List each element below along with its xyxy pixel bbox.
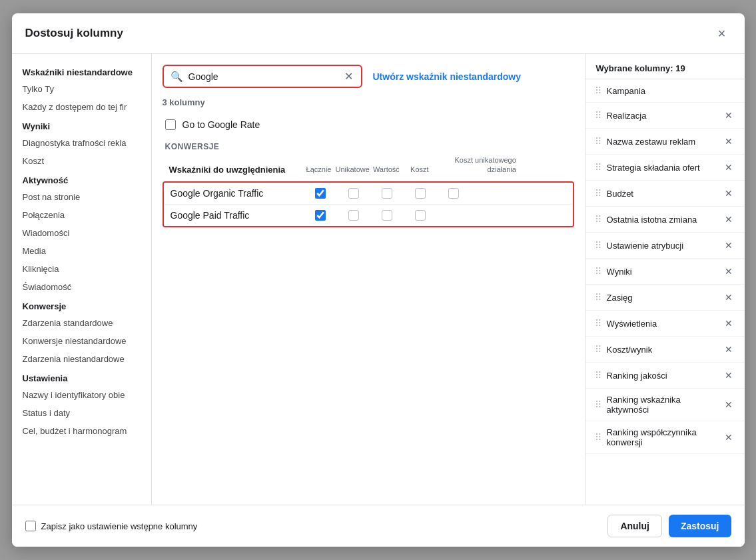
clear-search-button[interactable]: ✕ bbox=[343, 70, 354, 83]
sidebar: Wskaźniki niestandardowe Tylko Ty Każdy … bbox=[12, 54, 152, 505]
close-button[interactable]: × bbox=[713, 24, 731, 43]
search-icon: 🔍 bbox=[171, 71, 183, 83]
apply-button[interactable]: Zastosuj bbox=[669, 515, 731, 537]
table-col-koszt-unikatowego: Koszt unikatowego działania bbox=[436, 155, 516, 175]
sidebar-item-tylko-ty[interactable]: Tylko Ty bbox=[12, 80, 151, 98]
row-check-paid-2[interactable] bbox=[370, 210, 404, 221]
drag-handle-icon[interactable]: ⠿ bbox=[595, 214, 601, 225]
drag-handle-icon[interactable]: ⠿ bbox=[595, 110, 601, 121]
drag-handle-icon[interactable]: ⠿ bbox=[595, 85, 601, 96]
column-item-left: ⠿ Ranking wskaźnika aktywności bbox=[595, 395, 723, 415]
sidebar-item-koszt[interactable]: Koszt bbox=[12, 152, 151, 170]
column-item-left: ⠿ Ostatnia istotna zmiana bbox=[595, 214, 697, 225]
column-name: Wyniki bbox=[607, 267, 632, 277]
table-col-lacznie: Łącznie bbox=[302, 165, 336, 174]
checkbox-organic-main[interactable] bbox=[315, 188, 326, 199]
column-item-strategia: ⠿ Strategia składania ofert ✕ bbox=[585, 155, 745, 181]
drag-handle-icon[interactable]: ⠿ bbox=[595, 162, 601, 173]
drag-handle-icon[interactable]: ⠿ bbox=[595, 432, 601, 443]
column-name: Zasięg bbox=[607, 293, 633, 303]
column-name: Wyświetlenia bbox=[607, 319, 657, 329]
sidebar-item-media[interactable]: Media bbox=[12, 242, 151, 260]
remove-column-button[interactable]: ✕ bbox=[722, 213, 735, 226]
row-check-paid-main[interactable] bbox=[304, 210, 337, 221]
remove-column-button[interactable]: ✕ bbox=[722, 265, 735, 278]
column-item-wyswietlenia: ⠿ Wyświetlenia ✕ bbox=[585, 311, 745, 337]
sidebar-item-cel[interactable]: Cel, budżet i harmonogram bbox=[12, 422, 151, 440]
column-item-left: ⠿ Ustawienie atrybucji bbox=[595, 240, 684, 251]
goto-google-rate-label[interactable]: Go to Google Rate bbox=[183, 119, 260, 130]
sidebar-item-swiadomosc[interactable]: Świadomość bbox=[12, 278, 151, 296]
row-check-organic-main[interactable] bbox=[304, 188, 337, 199]
remove-column-button[interactable]: ✕ bbox=[722, 398, 735, 411]
table-col-unikatowe: Unikatowe bbox=[336, 165, 370, 174]
sidebar-item-klikniecia[interactable]: Kliknięcia bbox=[12, 260, 151, 278]
goto-google-rate-checkbox[interactable] bbox=[165, 119, 176, 130]
remove-column-button[interactable]: ✕ bbox=[722, 109, 735, 122]
right-panel: Wybrane kolumny: 19 ⠿ Kampania ⠿ Realiza… bbox=[585, 54, 745, 505]
save-preset-label[interactable]: Zapisz jako ustawienie wstępne kolumny bbox=[41, 521, 198, 531]
sidebar-item-polaczenia[interactable]: Połączenia bbox=[12, 206, 151, 224]
sidebar-item-kazdy[interactable]: Każdy z dostępem do tej fir bbox=[12, 98, 151, 116]
column-item-left: ⠿ Kampania bbox=[595, 85, 646, 96]
column-item-left: ⠿ Budżet bbox=[595, 188, 633, 199]
footer-buttons: Anuluj Zastosuj bbox=[607, 515, 731, 537]
drag-handle-icon[interactable]: ⠿ bbox=[595, 136, 601, 147]
column-item-budzet: ⠿ Budżet ✕ bbox=[585, 181, 745, 207]
row-check-organic-2[interactable] bbox=[370, 188, 404, 199]
table-col-wartosc: Wartość bbox=[370, 165, 403, 174]
row-check-organic-3[interactable] bbox=[404, 188, 437, 199]
remove-column-button[interactable]: ✕ bbox=[722, 239, 735, 252]
row-check-organic-4[interactable] bbox=[437, 188, 470, 199]
sidebar-item-konwersje-niestd[interactable]: Konwersje niestandardowe bbox=[12, 332, 151, 350]
remove-column-button[interactable]: ✕ bbox=[723, 431, 735, 444]
checkbox-paid-main[interactable] bbox=[315, 210, 326, 221]
remove-column-button[interactable]: ✕ bbox=[722, 291, 735, 304]
drag-handle-icon[interactable]: ⠿ bbox=[595, 344, 601, 355]
remove-column-button[interactable]: ✕ bbox=[722, 135, 735, 148]
table-header: Wskaźniki do uwzględnienia Łącznie Unika… bbox=[163, 155, 574, 179]
modal-header: Dostosuj kolumny × bbox=[12, 13, 745, 54]
modal-title: Dostosuj kolumny bbox=[25, 27, 123, 40]
row-check-paid-3[interactable] bbox=[404, 210, 437, 221]
search-input[interactable] bbox=[189, 71, 343, 82]
remove-column-button[interactable]: ✕ bbox=[722, 161, 735, 174]
column-item-left: ⠿ Strategia składania ofert bbox=[595, 162, 700, 173]
modal-footer: Zapisz jako ustawienie wstępne kolumny A… bbox=[12, 505, 745, 547]
remove-column-button[interactable]: ✕ bbox=[722, 317, 735, 330]
remove-column-button[interactable]: ✕ bbox=[722, 369, 735, 382]
drag-handle-icon[interactable]: ⠿ bbox=[595, 266, 601, 277]
column-item-left: ⠿ Zasięg bbox=[595, 292, 633, 303]
drag-handle-icon[interactable]: ⠿ bbox=[595, 399, 601, 410]
column-item-left: ⠿ Ranking jakości bbox=[595, 370, 667, 381]
sidebar-item-post[interactable]: Post na stronie bbox=[12, 188, 151, 206]
sidebar-item-zdarzenia-niestd[interactable]: Zdarzenia niestandardowe bbox=[12, 350, 151, 368]
goto-google-rate-item: Go to Google Rate bbox=[163, 114, 574, 135]
drag-handle-icon[interactable]: ⠿ bbox=[595, 318, 601, 329]
row-check-paid-1[interactable] bbox=[337, 210, 370, 221]
save-preset-checkbox[interactable] bbox=[25, 521, 36, 531]
sidebar-item-diagnostyka[interactable]: Diagnostyka trafności rekla bbox=[12, 134, 151, 152]
remove-column-button[interactable]: ✕ bbox=[722, 343, 735, 356]
column-name: Kampania bbox=[607, 86, 646, 96]
column-item-ranking-konwersji: ⠿ Ranking współczynnika konwersji ✕ bbox=[585, 421, 745, 454]
column-name: Nazwa zestawu reklam bbox=[607, 137, 696, 147]
remove-column-button[interactable]: ✕ bbox=[722, 187, 735, 200]
table-header-label: Wskaźniki do uwzględnienia bbox=[169, 165, 302, 175]
drag-handle-icon[interactable]: ⠿ bbox=[595, 240, 601, 251]
konwersje-section-label: KONWERSJE bbox=[163, 135, 574, 155]
row-label-organic: Google Organic Traffic bbox=[171, 188, 304, 199]
sidebar-section-ustawienia: Ustawienia bbox=[12, 368, 151, 386]
drag-handle-icon[interactable]: ⠿ bbox=[595, 188, 601, 199]
drag-handle-icon[interactable]: ⠿ bbox=[595, 292, 601, 303]
create-custom-metric-link[interactable]: Utwórz wskaźnik niestandardowy bbox=[373, 71, 522, 82]
column-name: Strategia składania ofert bbox=[607, 163, 700, 173]
sidebar-item-zdarzenia-std[interactable]: Zdarzenia standardowe bbox=[12, 314, 151, 332]
sidebar-item-nazwy[interactable]: Nazwy i identyfikatory obie bbox=[12, 386, 151, 404]
sidebar-item-status[interactable]: Status i daty bbox=[12, 404, 151, 422]
sidebar-item-wiadomosci[interactable]: Wiadomości bbox=[12, 224, 151, 242]
drag-handle-icon[interactable]: ⠿ bbox=[595, 370, 601, 381]
row-check-organic-1[interactable] bbox=[337, 188, 370, 199]
cancel-button[interactable]: Anuluj bbox=[607, 515, 662, 537]
column-item-left: ⠿ Nazwa zestawu reklam bbox=[595, 136, 696, 147]
